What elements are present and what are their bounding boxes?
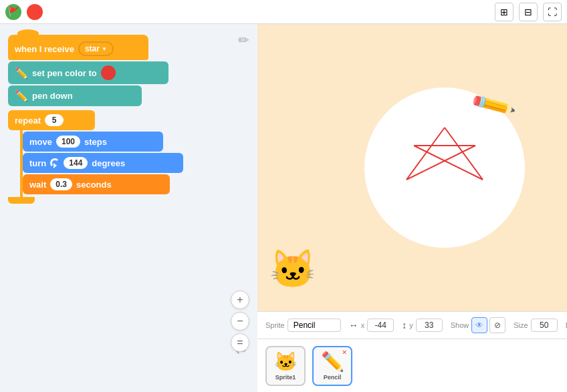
sprite-info-bar: Sprite ↔ x -44 ↕ y 33 Show 👁 ⊘ S (257, 311, 567, 339)
repeat-count-input[interactable]: 5 (45, 114, 64, 126)
color-selector[interactable] (101, 65, 116, 80)
size-label: Size (514, 321, 528, 329)
small-stage-button[interactable]: ⊞ (495, 3, 514, 21)
svg-line-4 (407, 128, 445, 180)
wait-unit-label: seconds (76, 180, 112, 190)
stop-button[interactable] (27, 4, 43, 20)
show-label: Show (451, 321, 469, 329)
top-bar: 🚩 ⊞ ⊟ ⛶ (0, 0, 567, 24)
turn-label: turn (29, 158, 46, 168)
pen-icon-2: ✏️ (15, 89, 28, 102)
green-flag-icon: 🚩 (8, 7, 19, 17)
show-hidden-button[interactable]: ⊘ (489, 317, 505, 333)
when-receive-label: when I receive (15, 44, 74, 54)
set-pen-color-label: set pen color to (32, 68, 97, 78)
zoom-out-button[interactable]: − (231, 312, 249, 331)
repeat-block[interactable]: repeat 5 (8, 110, 95, 130)
wait-label: wait (29, 180, 46, 190)
dropdown-arrow-icon: ▼ (102, 46, 107, 52)
svg-line-3 (407, 146, 475, 180)
cat-sprite: 🐱 (269, 247, 316, 291)
x-value[interactable]: -44 (367, 319, 394, 332)
move-label: move (29, 137, 52, 147)
sprite-label: Sprite (265, 321, 285, 329)
y-arrow-icon: ↕ (402, 320, 407, 331)
sprite-tray: 🐱 Sprite1 ✕ ✏️ Pencil 🐱 (257, 339, 567, 392)
turn-degrees-input[interactable]: 144 (64, 157, 88, 169)
fullscreen-button[interactable]: ⛶ (543, 3, 562, 21)
sprite-thumb-pencil[interactable]: ✕ ✏️ Pencil (312, 346, 352, 386)
pen-icon-1: ✏️ (15, 67, 28, 79)
zoom-reset-button[interactable]: = (231, 333, 249, 352)
size-value[interactable]: 50 (531, 319, 558, 332)
dropdown-value: star (85, 44, 100, 53)
pen-down-block[interactable]: ✏️ pen down (8, 85, 142, 106)
turn-block[interactable]: turn 144 degrees (23, 153, 183, 173)
y-label: y (409, 321, 413, 329)
code-panel: ✏ when I receive star ▼ ✏️ set pen color… (0, 24, 257, 392)
sprite1-label: Sprite1 (275, 374, 296, 381)
large-stage-button[interactable]: ⊟ (519, 3, 538, 21)
pen-down-label: pen down (32, 91, 73, 101)
stage-canvas: ✏️ 🐱 (257, 24, 567, 311)
stage-area: ✏️ 🐱 Sprite ↔ x -44 ↕ y 33 Show (257, 24, 567, 392)
svg-line-0 (445, 128, 483, 180)
turn-unit-label: degrees (92, 158, 125, 168)
green-flag-button[interactable]: 🚩 (5, 4, 21, 20)
move-unit-label: steps (84, 137, 107, 147)
y-value[interactable]: 33 (416, 319, 443, 332)
repeat-label: repeat (15, 116, 41, 126)
move-block[interactable]: move 100 steps (23, 132, 163, 152)
pencil-delete-icon[interactable]: ✕ (340, 349, 348, 357)
sprite-name-input[interactable] (288, 319, 341, 332)
sprite1-emoji: 🐱 (274, 351, 298, 373)
wait-block[interactable]: wait 0.3 seconds (23, 174, 170, 194)
show-visible-button[interactable]: 👁 (471, 317, 487, 333)
set-pen-color-block[interactable]: ✏️ set pen color to (8, 61, 168, 84)
when-receive-block[interactable]: when I receive star ▼ (8, 35, 148, 60)
svg-line-1 (414, 146, 483, 180)
sprite-thumb-sprite1[interactable]: 🐱 Sprite1 (265, 346, 306, 386)
x-arrow-icon: ↔ (349, 320, 358, 331)
zoom-in-button[interactable]: + (231, 290, 249, 309)
move-steps-input[interactable]: 100 (56, 136, 80, 148)
repeat-cap (8, 197, 35, 204)
edit-script-icon[interactable]: ✏ (238, 32, 249, 48)
star-drawing (391, 114, 498, 221)
message-dropdown[interactable]: star ▼ (78, 41, 114, 56)
turn-icon (50, 158, 60, 168)
wait-seconds-input[interactable]: 0.3 (50, 178, 72, 190)
x-label: x (361, 321, 365, 329)
pencil-label: Pencil (324, 374, 342, 381)
